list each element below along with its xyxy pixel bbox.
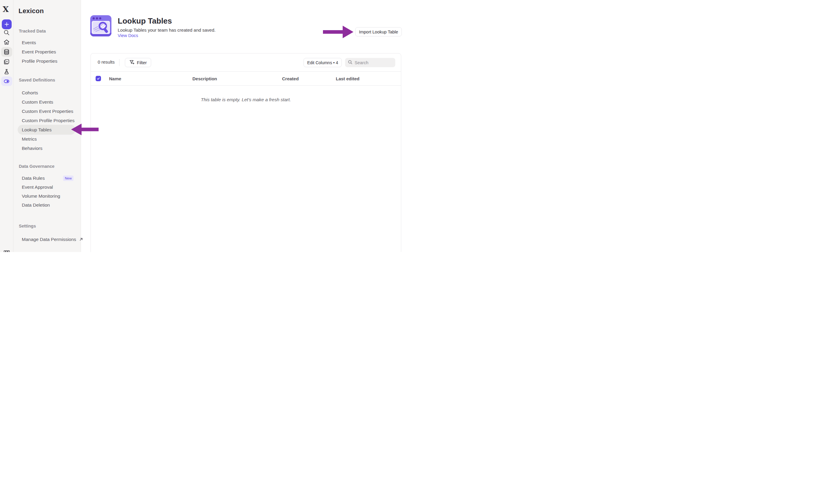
- empty-table-message: This table is empty. Let's make a fresh …: [91, 97, 401, 102]
- column-header-description[interactable]: Description: [192, 72, 217, 86]
- sidebar-item-data-rules[interactable]: Data Rules: [22, 174, 45, 183]
- sidebar-item-custom-events[interactable]: Custom Events: [22, 98, 53, 107]
- sidebar-item-event-approval[interactable]: Event Approval: [22, 183, 53, 192]
- experiments-flask-icon[interactable]: [3, 68, 10, 75]
- create-plus-button[interactable]: [2, 19, 12, 29]
- sidebar-item-events[interactable]: Events: [22, 38, 36, 47]
- data-database-icon[interactable]: [3, 48, 10, 56]
- sidebar-title: Lexicon: [19, 7, 44, 15]
- sidebar-item-behaviors[interactable]: Behaviors: [22, 144, 42, 153]
- filter-button-label: Filter: [137, 60, 147, 65]
- mixpanel-logo: X: [3, 5, 9, 14]
- sidebar-item-metrics[interactable]: Metrics: [22, 135, 37, 144]
- table-header-row: Name Description Created Last edited: [91, 72, 401, 86]
- table-toolbar: 0 results Filter Edit Columns • 4: [91, 53, 401, 72]
- icon-window-panel: [92, 21, 110, 34]
- page-description: Lookup Tables your team has created and …: [118, 27, 215, 33]
- search-icon[interactable]: [3, 29, 10, 36]
- check-icon: [96, 77, 100, 80]
- sidebar-item-manage-data-permissions[interactable]: Manage Data Permissions: [22, 235, 83, 244]
- manage-data-permissions-label: Manage Data Permissions: [22, 237, 76, 242]
- section-header-saved-definitions: Saved Definitions: [19, 77, 55, 83]
- section-header-tracked-data: Tracked Data: [19, 28, 46, 34]
- lookup-tables-feature-icon: [90, 15, 111, 36]
- page-title: Lookup Tables: [118, 16, 172, 26]
- sidebar-item-volume-monitoring[interactable]: Volume Monitoring: [22, 192, 60, 201]
- sidebar-item-custom-event-properties[interactable]: Custom Event Properties: [22, 107, 73, 116]
- toolbar-divider: [119, 59, 119, 66]
- search-input[interactable]: [354, 60, 390, 65]
- lexicon-page: X Lexicon Tracked Data: [0, 0, 409, 252]
- section-header-data-governance: Data Governance: [19, 163, 54, 170]
- view-docs-link[interactable]: View Docs: [118, 33, 138, 38]
- sidebar-item-cohorts[interactable]: Cohorts: [22, 88, 38, 97]
- annotation-arrow-right: [323, 26, 353, 38]
- window-dot-icon: [93, 17, 95, 19]
- app-icon-rail: X: [0, 0, 13, 252]
- select-all-checkbox[interactable]: [96, 76, 101, 81]
- column-header-name[interactable]: Name: [109, 72, 121, 86]
- boards-icon[interactable]: [3, 58, 10, 65]
- sidebar-item-custom-profile-properties[interactable]: Custom Profile Properties: [22, 116, 75, 125]
- plus-icon: [4, 22, 9, 27]
- sidebar-item-event-properties[interactable]: Event Properties: [22, 47, 56, 56]
- table-search-box[interactable]: [345, 58, 395, 67]
- section-header-settings: Settings: [19, 223, 36, 229]
- home-icon[interactable]: [3, 39, 10, 46]
- import-lookup-table-button[interactable]: Import Lookup Table: [355, 27, 402, 36]
- edit-columns-button[interactable]: Edit Columns • 4: [303, 58, 342, 67]
- magnifier-glyph: [92, 21, 110, 34]
- column-header-last-edited[interactable]: Last edited: [336, 72, 359, 86]
- external-link-icon: [79, 235, 83, 244]
- search-icon: [348, 60, 352, 66]
- column-header-created[interactable]: Created: [282, 72, 299, 86]
- new-badge: New: [63, 176, 73, 181]
- apps-grid-icon[interactable]: [3, 250, 10, 252]
- feature-toggle-icon[interactable]: [3, 78, 10, 85]
- sidebar-item-profile-properties[interactable]: Profile Properties: [22, 57, 57, 66]
- lookup-tables-card: 0 results Filter Edit Columns • 4 Name D…: [90, 53, 401, 252]
- window-dot-icon: [99, 17, 101, 19]
- window-dot-icon: [96, 17, 98, 19]
- filter-button[interactable]: Filter: [125, 58, 151, 67]
- sidebar-item-lookup-tables[interactable]: Lookup Tables: [22, 125, 52, 134]
- annotation-arrow-left: [71, 124, 99, 135]
- filter-funnel-icon: [129, 60, 134, 66]
- sidebar-item-data-deletion[interactable]: Data Deletion: [22, 201, 50, 210]
- results-count: 0 results: [98, 59, 115, 64]
